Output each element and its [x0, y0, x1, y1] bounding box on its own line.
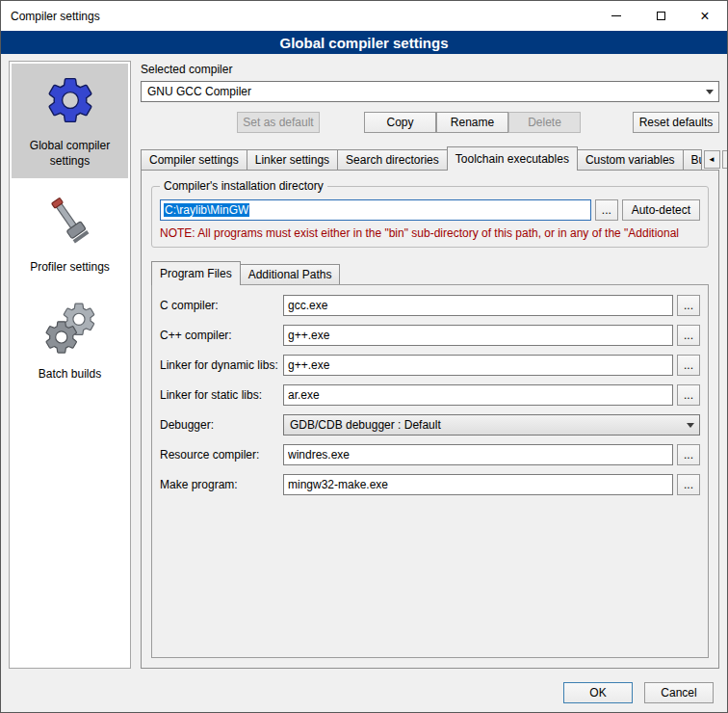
- compiler-action-buttons: Set as default Copy Rename Delete Reset …: [141, 112, 719, 133]
- set-as-default-button: Set as default: [237, 112, 320, 133]
- cancel-button[interactable]: Cancel: [644, 682, 714, 703]
- reset-defaults-button[interactable]: Reset defaults: [633, 112, 719, 133]
- tab-linker-settings[interactable]: Linker settings: [247, 149, 338, 170]
- titlebar: Compiler settings ×: [1, 1, 727, 31]
- close-button[interactable]: ×: [683, 1, 727, 31]
- maximize-button[interactable]: [638, 1, 683, 31]
- installation-directory-group: Compiler's installation directory C:\ray…: [151, 186, 709, 248]
- debugger-label: Debugger:: [160, 418, 283, 432]
- c-compiler-input[interactable]: [283, 295, 673, 316]
- make-program-row: Make program: ...: [160, 474, 700, 495]
- settings-category-list: Global compiler settings Profiler settin…: [9, 61, 131, 669]
- dialog-content: Global compiler settings Profiler settin…: [1, 54, 727, 673]
- window-title: Compiler settings: [11, 10, 100, 23]
- resource-compiler-browse-button[interactable]: ...: [677, 444, 700, 465]
- static-linker-label: Linker for static libs:: [160, 388, 283, 402]
- window-controls: ×: [594, 1, 727, 31]
- debugger-dropdown[interactable]: GDB/CDB debugger : Default: [283, 414, 700, 436]
- cpp-compiler-browse-button[interactable]: ...: [677, 325, 700, 346]
- resource-compiler-row: Resource compiler: ...: [160, 444, 700, 465]
- dynamic-linker-row: Linker for dynamic libs: ...: [160, 355, 700, 376]
- tab-search-directories[interactable]: Search directories: [337, 149, 448, 170]
- ok-button[interactable]: OK: [563, 682, 633, 703]
- tab-compiler-settings[interactable]: Compiler settings: [141, 149, 247, 170]
- profiler-tool-icon: [43, 195, 97, 249]
- maximize-icon: [657, 12, 665, 20]
- installation-directory-input[interactable]: C:\raylib\MinGW: [160, 199, 591, 221]
- debugger-row: Debugger: GDB/CDB debugger : Default: [160, 414, 700, 436]
- program-files-tab-strip: Program Files Additional Paths: [151, 261, 709, 284]
- sidebar-item-label: Global compiler settings: [14, 139, 125, 169]
- resource-compiler-label: Resource compiler:: [160, 448, 283, 462]
- toolchain-executables-panel: Compiler's installation directory C:\ray…: [141, 170, 719, 669]
- make-program-label: Make program:: [160, 478, 283, 491]
- chevron-down-icon: [682, 415, 699, 435]
- cpp-compiler-input[interactable]: [283, 325, 673, 346]
- dynamic-linker-label: Linker for dynamic libs:: [160, 358, 283, 372]
- blue-gear-icon: [43, 73, 97, 127]
- static-linker-row: Linker for static libs: ...: [160, 384, 700, 406]
- sidebar-item-global-compiler-settings[interactable]: Global compiler settings: [12, 64, 128, 178]
- dialog-footer: OK Cancel: [1, 673, 727, 712]
- c-compiler-row: C compiler: ...: [160, 295, 700, 316]
- resource-compiler-input[interactable]: [283, 444, 673, 465]
- tab-scroll-right-button[interactable]: ►: [722, 150, 728, 169]
- rename-button[interactable]: Rename: [436, 112, 508, 133]
- minimize-icon: [611, 15, 621, 16]
- settings-tab-strip: Compiler settings Linker settings Search…: [141, 146, 719, 170]
- auto-detect-button[interactable]: Auto-detect: [622, 199, 700, 221]
- copy-button[interactable]: Copy: [364, 112, 436, 133]
- make-program-browse-button[interactable]: ...: [677, 474, 700, 495]
- gray-gears-icon: [43, 302, 97, 356]
- compiler-settings-dialog: Compiler settings × Global compiler sett…: [0, 0, 728, 713]
- sidebar-item-label: Profiler settings: [30, 260, 110, 276]
- dialog-header-banner: Global compiler settings: [1, 31, 727, 54]
- tab-custom-variables[interactable]: Custom variables: [577, 149, 684, 170]
- bin-subdirectory-note: NOTE: All programs must exist either in …: [160, 226, 700, 240]
- make-program-input[interactable]: [283, 474, 673, 495]
- browse-directory-button[interactable]: ...: [595, 199, 618, 221]
- program-files-panel: C compiler: ... C++ compiler: ... Linker…: [151, 284, 709, 658]
- sidebar-item-label: Batch builds: [39, 367, 101, 383]
- selected-compiler-value: GNU GCC Compiler: [147, 85, 701, 98]
- tab-build-options-clipped[interactable]: Buil: [683, 149, 702, 170]
- sidebar-item-profiler-settings[interactable]: Profiler settings: [12, 185, 128, 285]
- arrow-left-icon: ◄: [708, 155, 715, 164]
- main-panel: Selected compiler GNU GCC Compiler Set a…: [141, 61, 719, 669]
- close-icon: ×: [700, 9, 709, 24]
- cpp-compiler-row: C++ compiler: ...: [160, 325, 700, 346]
- c-compiler-browse-button[interactable]: ...: [677, 295, 700, 316]
- dynamic-linker-input[interactable]: [283, 355, 673, 376]
- subtab-program-files[interactable]: Program Files: [151, 261, 241, 285]
- installation-directory-selected-text: C:\raylib\MinGW: [164, 203, 249, 217]
- selected-compiler-dropdown[interactable]: GNU GCC Compiler: [141, 81, 719, 102]
- cpp-compiler-label: C++ compiler:: [160, 329, 283, 342]
- selected-compiler-label: Selected compiler: [141, 63, 719, 76]
- installation-directory-row: C:\raylib\MinGW ... Auto-detect: [160, 199, 700, 221]
- delete-button: Delete: [508, 112, 581, 133]
- tab-scroll-controls: ◄ ►: [704, 150, 728, 170]
- chevron-down-icon: [701, 82, 718, 101]
- sidebar-item-batch-builds[interactable]: Batch builds: [12, 292, 128, 392]
- c-compiler-label: C compiler:: [160, 299, 283, 312]
- debugger-value: GDB/CDB debugger : Default: [290, 418, 682, 432]
- tab-toolchain-executables[interactable]: Toolchain executables: [447, 146, 578, 171]
- tab-scroll-left-button[interactable]: ◄: [704, 150, 720, 169]
- dynamic-linker-browse-button[interactable]: ...: [677, 355, 700, 376]
- static-linker-browse-button[interactable]: ...: [677, 384, 700, 406]
- subtab-additional-paths[interactable]: Additional Paths: [240, 264, 341, 284]
- installation-directory-group-title: Compiler's installation directory: [160, 179, 327, 193]
- static-linker-input[interactable]: [283, 384, 673, 406]
- minimize-button[interactable]: [594, 1, 638, 31]
